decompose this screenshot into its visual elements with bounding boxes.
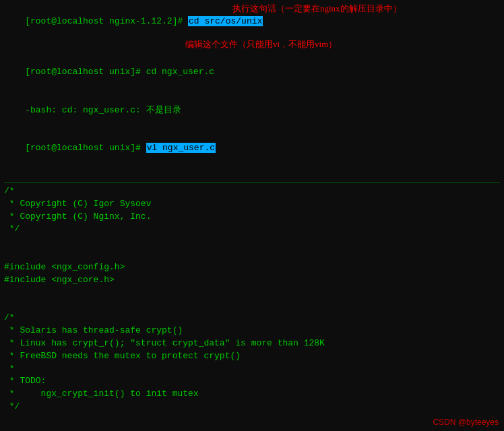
code-line-cmt2-8: */: [4, 401, 500, 413]
cmd-highlight-2: vi ngx_user.c: [146, 143, 216, 153]
code-line-cmt2-1: /*: [4, 312, 500, 325]
code-line-cmt2-3: * Linux has crypt_r(); "struct crypt_dat…: [4, 337, 500, 350]
code-line-todo2: * ngx_crypt_init() to init mutex: [4, 388, 500, 401]
terminal-window: [root@localhost nginx-1.12.2]# cd src/os…: [0, 0, 504, 431]
code-line-blank5: [4, 413, 500, 426]
cmd-line-2: [root@localhost unix]# cd ngx_user.c: [4, 53, 500, 92]
cmd-line-4: [root@localhost unix]# vi ngx_user.c 编辑这…: [4, 129, 500, 180]
code-line-inc1: #include <ngx_config.h>: [4, 261, 500, 274]
cmd-highlight-1: cd src/os/unix: [188, 16, 263, 26]
code-line-cmt2-4: * FreeBSD needs the mutex to protect cry…: [4, 350, 500, 363]
annotation-2: 编辑这个文件（只能用vi，不能用vim）: [185, 38, 337, 51]
annotation-1: 执行这句话（一定要在nginx的解压目录中）: [232, 3, 402, 15]
separator: [4, 183, 500, 183]
code-line-blank2: [4, 248, 500, 261]
code-line-blank6: [4, 426, 500, 431]
code-line-cmt4: */: [4, 223, 500, 236]
code-line-blank1: [4, 236, 500, 248]
code-content: /* * Copyright (C) Igor Sysoev * Copyrig…: [4, 185, 500, 431]
code-line-blank4: [4, 299, 500, 312]
cmd-line-3: -bash: cd: ngx_user.c: 不是目录: [4, 92, 500, 130]
code-line-cmt3: * Copyright (C) Nginx, Inc.: [4, 211, 500, 224]
code-line-blank3: [4, 287, 500, 300]
code-line-cmt2-5: *: [4, 363, 500, 376]
csdn-badge: CSDN @byteeyes: [433, 418, 499, 427]
code-line-todo: * TODO:: [4, 375, 500, 388]
code-line-cmt1: /*: [4, 185, 500, 198]
prompt-1: [root@localhost nginx-1.12.2]#: [25, 16, 188, 26]
code-line-cmt2-2: * Solaris has thread-safe crypt(): [4, 325, 500, 337]
code-line-cmt2: * Copyright (C) Igor Sysoev: [4, 198, 500, 211]
code-line-inc2: #include <ngx_core.h>: [4, 274, 500, 287]
